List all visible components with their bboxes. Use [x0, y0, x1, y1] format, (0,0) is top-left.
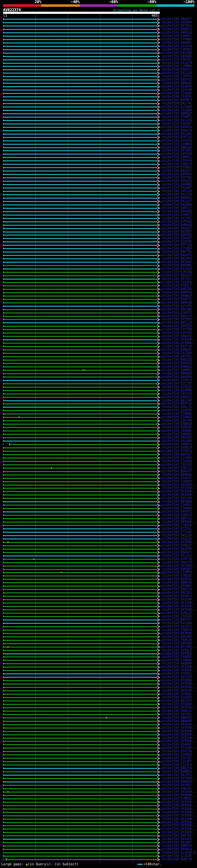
hit-bar[interactable]: [3, 545, 157, 546]
hit-label[interactable]: UniRef100_A7P6N2: [162, 220, 192, 223]
hit-label[interactable]: UniRef100_UPI000..: [162, 794, 195, 797]
hit-label[interactable]: UniRef100_UPI000..: [162, 317, 195, 321]
hit-label[interactable]: UniRef100_C4Q6N2: [162, 658, 192, 662]
hit-label[interactable]: UniRef100_C5Z8X0: [162, 91, 192, 95]
hit-bar[interactable]: [3, 120, 157, 121]
hit-label[interactable]: UniRef100_UPI000..: [162, 601, 195, 604]
hit-bar[interactable]: [3, 495, 157, 495]
hit-bar[interactable]: [3, 211, 157, 212]
hit-label[interactable]: UniRef100_B1P765: [162, 176, 192, 179]
hit-label[interactable]: UniRef100_UPI000..: [162, 746, 195, 749]
hit-bar[interactable]: [3, 333, 157, 334]
hit-label[interactable]: UniRef100_Q16GE2: [162, 695, 192, 699]
hit-label[interactable]: UniRef100_Q4R3Q1: [162, 787, 192, 790]
hit-label[interactable]: UniRef100_B5Y531: [162, 277, 192, 280]
hit-label[interactable]: UniRef100_B4JC20: [162, 345, 192, 348]
hit-label[interactable]: UniRef100_A2Q689: [162, 85, 192, 88]
hit-bar[interactable]: [3, 76, 157, 77]
hit-bar[interactable]: [3, 218, 157, 219]
hit-bar[interactable]: [3, 609, 157, 610]
hit-bar[interactable]: [3, 620, 157, 620]
hit-label[interactable]: UniRef100_C1C2P7: [162, 760, 192, 763]
hit-bar[interactable]: [3, 363, 157, 364]
hit-label[interactable]: UniRef100_Q4P184: [162, 642, 192, 645]
hit-bar[interactable]: [3, 758, 157, 759]
hit-bar[interactable]: [3, 117, 157, 118]
hit-bar[interactable]: [3, 623, 157, 624]
hit-label[interactable]: UniRef100_B8MT58: [162, 291, 192, 294]
hit-label[interactable]: UniRef100_C5KH84: [162, 506, 192, 510]
hit-bar[interactable]: [3, 508, 157, 509]
hit-label[interactable]: UniRef100_A9PD17: [162, 206, 192, 210]
hit-label[interactable]: UniRef100_B3N5A2: [162, 365, 192, 368]
hit-bar[interactable]: [3, 302, 157, 303]
hit-bar[interactable]: [3, 849, 157, 850]
hit-label[interactable]: UniRef100_A9TZ99: [162, 51, 192, 55]
hit-bar[interactable]: [3, 32, 157, 33]
hit-bar[interactable]: [3, 285, 157, 286]
hit-label[interactable]: UniRef100_Q7ZVA6: [162, 530, 192, 534]
hit-bar[interactable]: [3, 754, 157, 755]
hit-label[interactable]: UniRef100_UPI000..: [162, 827, 195, 831]
hit-label[interactable]: UniRef100_Q4YRS7: [162, 783, 192, 787]
hit-bar[interactable]: [3, 819, 157, 820]
hit-bar[interactable]: [3, 670, 157, 671]
hit-bar[interactable]: [3, 144, 157, 145]
hit-label[interactable]: UniRef100_Q8JFP1: [162, 773, 192, 777]
hit-bar[interactable]: [3, 731, 157, 732]
hit-label[interactable]: UniRef100_UPI000..: [162, 682, 195, 685]
hit-label[interactable]: UniRef100_A2QEN5: [162, 426, 192, 429]
hit-label[interactable]: UniRef100_Q8IKF0: [162, 547, 192, 551]
hit-label[interactable]: UniRef100_B8BW92: [162, 770, 192, 773]
hit-bar[interactable]: [3, 761, 157, 762]
hit-label[interactable]: UniRef100_Q02748: [162, 399, 192, 402]
hit-bar[interactable]: [3, 215, 157, 216]
hit-label[interactable]: UniRef100_UPI000..: [162, 739, 195, 743]
hit-bar[interactable]: [3, 525, 157, 526]
hit-bar[interactable]: [4, 852, 157, 853]
hit-label[interactable]: UniRef100_C1C2L4: [162, 763, 192, 766]
hit-bar[interactable]: [3, 63, 157, 64]
hit-label[interactable]: UniRef100_C5MEE3: [162, 797, 192, 800]
hit-label[interactable]: UniRef100_Q4U474: [162, 125, 192, 129]
hit-label[interactable]: UniRef100_B4LR74: [162, 314, 192, 318]
hit-bar[interactable]: [3, 792, 157, 793]
hit-bar[interactable]: [3, 835, 157, 836]
hit-bar[interactable]: [3, 721, 157, 722]
hit-label[interactable]: UniRef100_A9RVE1: [162, 58, 192, 61]
hit-bar[interactable]: [3, 313, 157, 313]
hit-bar[interactable]: [3, 36, 157, 37]
hit-label[interactable]: UniRef100_UPI000..: [162, 790, 195, 794]
hit-label[interactable]: UniRef100_A9SGN5: [162, 55, 192, 58]
hit-bar[interactable]: [3, 181, 157, 182]
hit-bar[interactable]: [3, 447, 157, 448]
hit-bar[interactable]: [3, 201, 157, 202]
hit-bar[interactable]: [3, 177, 157, 178]
hit-bar[interactable]: [3, 515, 157, 516]
hit-bar[interactable]: [3, 637, 157, 638]
hit-bar[interactable]: [3, 356, 157, 357]
hit-label[interactable]: UniRef100_P41378: [162, 193, 192, 196]
hit-bar[interactable]: [3, 602, 157, 603]
hit-label[interactable]: UniRef100_Q2V3W0: [162, 105, 192, 108]
hit-bar[interactable]: [3, 501, 157, 502]
hit-label[interactable]: UniRef100_C9SI65: [162, 280, 192, 284]
hit-bar[interactable]: [3, 370, 157, 371]
hit-label[interactable]: UniRef100_A9SY53: [162, 78, 192, 81]
hit-bar[interactable]: [3, 86, 157, 87]
hit-bar[interactable]: [3, 56, 157, 57]
hit-label[interactable]: UniRef100_Q14240-2: [162, 851, 195, 854]
hit-label[interactable]: UniRef100_UPI000..: [162, 486, 195, 490]
hit-bar[interactable]: [3, 258, 157, 259]
hit-label[interactable]: UniRef100_Q5U526: [162, 537, 192, 540]
hit-label[interactable]: UniRef100_A4QVP2: [162, 253, 192, 257]
hit-label[interactable]: UniRef100_B0W2U7: [162, 470, 192, 473]
hit-bar[interactable]: [3, 559, 157, 560]
hit-bar[interactable]: [3, 566, 157, 566]
hit-bar[interactable]: [3, 59, 157, 60]
hit-bar[interactable]: [3, 235, 157, 236]
hit-label[interactable]: UniRef100_Q0PZE7: [162, 567, 192, 571]
hit-bar[interactable]: [3, 296, 157, 297]
hit-bar[interactable]: [3, 829, 157, 830]
hit-bar[interactable]: [3, 771, 157, 772]
